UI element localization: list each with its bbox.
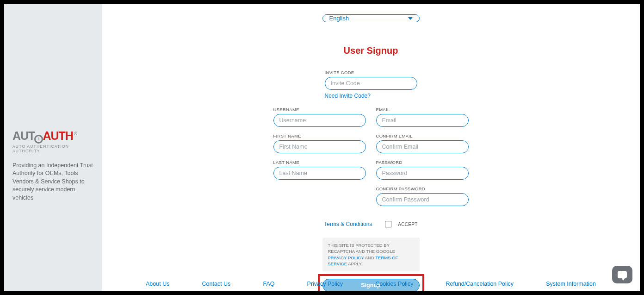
footer-about[interactable]: About Us xyxy=(146,281,169,287)
terms-link[interactable]: Terms & Conditions xyxy=(324,221,372,227)
recaptcha-text-mid: AND xyxy=(365,255,376,260)
email-input[interactable] xyxy=(376,114,469,127)
app-window: AUT 1 AUTH ® AUTO AUTHENTICATION AUTHORI… xyxy=(4,4,640,291)
chevron-down-icon xyxy=(408,17,413,20)
language-selected: English xyxy=(329,15,349,22)
recaptcha-text: THIS SITE IS PROTECTED BY RECAPTCHA AND … xyxy=(328,243,396,254)
password-label: PASSWORD xyxy=(376,160,469,165)
recaptcha-notice: THIS SITE IS PROTECTED BY RECAPTCHA AND … xyxy=(322,238,420,271)
need-invite-link[interactable]: Need Invite Code? xyxy=(325,93,371,99)
footer-faq[interactable]: FAQ xyxy=(263,281,274,287)
last-name-input[interactable] xyxy=(273,167,366,180)
logo-o-icon: 1 xyxy=(34,135,43,144)
first-name-input[interactable] xyxy=(273,140,366,153)
last-name-label: LAST NAME xyxy=(273,160,366,165)
invite-code-input[interactable] xyxy=(325,77,417,90)
password-input[interactable] xyxy=(376,167,469,180)
footer-privacy[interactable]: Privacy Policy xyxy=(307,281,343,287)
confirm-email-label: CONFIRM EMAIL xyxy=(376,133,469,138)
page-title: User Signup xyxy=(344,45,398,56)
confirm-password-input[interactable] xyxy=(376,193,469,206)
footer-contact[interactable]: Contact Us xyxy=(202,281,231,287)
footer-cookies[interactable]: Cookies Policy xyxy=(375,281,413,287)
main-content: English User Signup INVITE CODE Need Inv… xyxy=(102,4,640,291)
chat-button[interactable] xyxy=(612,266,632,283)
logo: AUT 1 AUTH ® AUTO AUTHENTICATION AUTHORI… xyxy=(12,129,93,153)
sidebar: AUT 1 AUTH ® AUTO AUTHENTICATION AUTHORI… xyxy=(4,4,102,291)
accept-label: ACCEPT xyxy=(398,222,417,227)
recaptcha-text-post: APPLY. xyxy=(348,261,362,266)
username-input[interactable] xyxy=(273,114,366,127)
confirm-email-input[interactable] xyxy=(376,140,469,153)
registered-icon: ® xyxy=(74,131,77,136)
recaptcha-privacy-link[interactable]: PRIVACY POLICY xyxy=(328,255,364,260)
footer-refund[interactable]: Refund/Cancelation Policy xyxy=(446,281,514,287)
tagline: Providing an Independent Trust Authority… xyxy=(12,162,93,202)
confirm-password-label: CONFIRM PASSWORD xyxy=(376,186,469,191)
logo-text-auth: AUTH xyxy=(43,129,73,143)
footer: About Us Contact Us FAQ Privacy Policy C… xyxy=(102,281,640,287)
accept-checkbox[interactable] xyxy=(385,221,391,227)
email-label: EMAIL xyxy=(376,107,469,112)
language-select[interactable]: English xyxy=(322,14,420,22)
chat-icon xyxy=(618,271,627,278)
footer-sysinfo[interactable]: System Information xyxy=(546,281,596,287)
invite-code-label: INVITE CODE xyxy=(325,70,417,75)
first-name-label: FIRST NAME xyxy=(273,133,366,138)
username-label: USERNAME xyxy=(273,107,366,112)
logo-text-auto: AUT xyxy=(12,129,35,143)
logo-subtitle: AUTO AUTHENTICATION AUTHORITY xyxy=(12,144,93,153)
